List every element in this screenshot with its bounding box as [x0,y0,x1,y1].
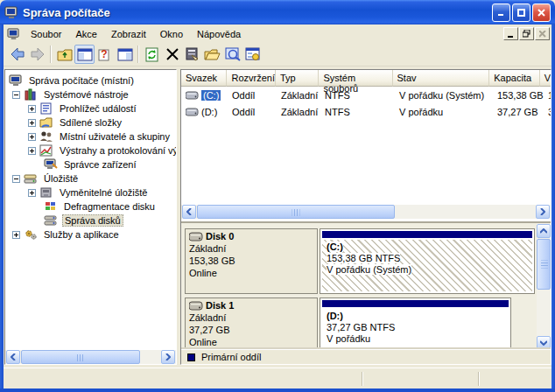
disk-scrollbar-thumb[interactable] [537,239,551,290]
maximize-button[interactable] [512,4,530,22]
properties-sheet-icon[interactable] [182,45,202,64]
find-icon[interactable] [222,45,242,64]
tree-item-disk-management[interactable]: Správa disků [44,214,123,228]
volume-row-d[interactable]: (D:) Oddíl Základní NTFS V pořádku 37,27… [181,103,551,120]
collapse-expander-icon[interactable] [12,91,20,99]
disk-type: Základní [189,243,313,254]
volume-label: (C:) [201,90,221,101]
menu-bar: Soubor Akce Zobrazit Okno Nápověda [4,24,551,43]
column-header-stav[interactable]: Stav [393,70,490,87]
volume-drive-icon [186,108,199,116]
tree-item-shared-folders[interactable]: Sdílené složky [28,116,123,130]
menu-soubor[interactable]: Soubor [24,27,68,41]
help-window-icon[interactable] [242,45,263,64]
minimize-button[interactable] [492,4,510,22]
toolbar: ? [4,43,551,66]
expand-expander-icon[interactable] [28,147,36,155]
volume-row-c[interactable]: (C:) Oddíl Základní NTFS V pořádku (Syst… [181,87,551,103]
tree-scrollbar-thumb[interactable] [21,350,140,364]
storage-icon [24,172,39,185]
tree-item-performance-logs[interactable]: Výstrahy a protokolování vý [28,144,177,158]
tree-item-removable-storage[interactable]: Vyměnitelné úložiště [28,186,149,200]
scroll-up-icon[interactable] [537,224,551,238]
tree-item-label: Vyměnitelné úložiště [58,187,149,198]
partition-label: (D:) [327,311,343,321]
expand-expander-icon[interactable] [28,133,36,141]
partition-c-block[interactable]: (C:) 153,38 GB NTFS V pořádku (Systém) [320,228,535,294]
column-header-volne[interactable]: V [540,70,551,87]
menu-zobrazit[interactable]: Zobrazit [104,27,153,41]
column-header-typ[interactable]: Typ [276,70,319,87]
expand-expander-icon[interactable] [28,189,36,197]
volume-typ: Základní [277,107,320,117]
mdi-minimize-button[interactable] [503,27,518,40]
scroll-right-icon[interactable] [161,350,175,364]
primary-partition-color-swatch [187,354,195,361]
disk0-info-box[interactable]: Disk 0 Základní 153,38 GB Online [185,228,318,294]
volume-system: NTFS [320,90,395,101]
title-bar[interactable]: Správa počítače [0,0,555,24]
refresh-icon[interactable] [142,45,162,64]
disk-management-icon [44,214,59,227]
tree-item-services-applications[interactable]: Služby a aplikace [12,228,121,242]
window-border-bottom [0,388,555,392]
scroll-left-icon[interactable] [182,205,196,219]
disk1-info-box[interactable]: Disk 1 Základní 37,27 GB Online [185,298,318,351]
menu-okno[interactable]: Okno [153,27,190,41]
tree-item-event-viewer[interactable]: Prohlížeč událostí [28,102,137,116]
primary-partition-bar [322,300,509,307]
tree-item-computer-management[interactable]: Správa počítače (místní) [9,74,136,88]
scroll-down-icon[interactable] [537,336,551,350]
disk-size: 37,27 GB [189,325,313,335]
partition-d-block[interactable]: (D:) 37,27 GB NTFS V pořádku [320,298,511,351]
volume-rozvrzeni: Oddíl [228,90,277,101]
open-folder-icon[interactable] [202,45,222,64]
partition-d-body: (D:) 37,27 GB NTFS V pořádku [322,309,509,348]
column-header-system-souboru[interactable]: Systém souborů [319,70,392,87]
tree-item-system-tools[interactable]: Systémové nástroje [12,88,130,102]
back-icon[interactable] [7,45,27,64]
delete-icon[interactable] [162,45,182,64]
properties-help-icon[interactable]: ? [95,45,115,64]
volume-rozvrzeni: Oddíl [228,107,277,117]
tree-item-local-users-groups[interactable]: Místní uživatelé a skupiny [28,130,172,144]
list-scrollbar-thumb[interactable] [197,205,395,219]
expand-expander-icon[interactable] [28,119,36,127]
window-title: Správa počítače [23,6,490,19]
expand-expander-icon[interactable] [28,105,36,113]
mdi-close-button[interactable] [535,27,550,40]
tree-item-device-manager[interactable]: Správce zařízení [44,158,138,172]
column-header-rozvrzeni[interactable]: Rozvržení [227,70,276,87]
tree-item-disk-defragmenter[interactable]: Defragmentace disku [44,200,157,214]
removable-storage-icon [39,186,54,199]
close-button[interactable] [532,4,551,22]
show-console-tree-icon[interactable] [74,45,95,64]
performance-logs-icon [39,144,54,157]
toolbar-separator [137,46,139,63]
tree-item-storage[interactable]: Úložiště [12,172,80,186]
menu-akce[interactable]: Akce [68,27,103,41]
window-border-right [551,24,555,388]
column-header-svazek[interactable]: Svazek [181,70,227,87]
device-manager-icon [44,158,59,171]
collapse-expander-icon[interactable] [12,175,20,183]
volume-drive-icon [186,91,199,100]
disk-type: Základní [189,312,313,323]
tree-item-label: Správa počítače (místní) [27,75,136,86]
scroll-right-icon[interactable] [536,205,550,219]
mdi-restore-button[interactable] [519,27,534,40]
disk-icon [189,232,203,242]
partition-info: 153,38 GB NTFS [327,253,400,263]
show-action-pane-icon[interactable] [115,45,135,64]
up-one-level-icon[interactable] [54,45,74,64]
expand-expander-icon[interactable] [12,231,20,239]
volume-kapacita: 153,38 GB [493,90,544,101]
scroll-left-icon[interactable] [6,350,20,364]
tree-item-label: Sdílené složky [58,117,123,128]
local-users-icon [39,130,54,143]
column-header-kapacita[interactable]: Kapacita [489,70,539,87]
services-icon [24,228,39,241]
menu-napoveda[interactable]: Nápověda [190,27,248,41]
disk-size: 153,38 GB [189,256,313,266]
mdi-child-icon[interactable] [7,28,20,40]
